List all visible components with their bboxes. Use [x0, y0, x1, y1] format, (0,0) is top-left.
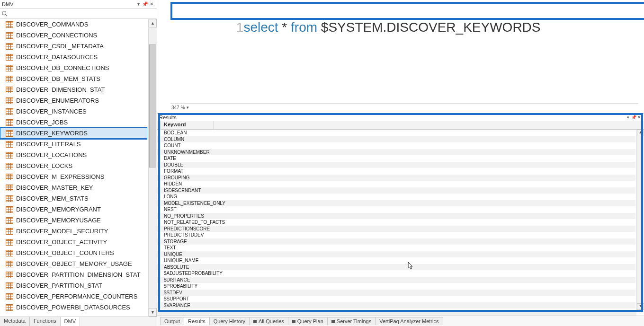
dropdown-icon[interactable]: ▾ [625, 115, 631, 120]
tree-item[interactable]: DISCOVER_KEYWORDS [0, 128, 147, 139]
zoom-dropdown-icon[interactable]: ▼ [186, 106, 189, 110]
close-icon[interactable]: ✕ [148, 1, 155, 7]
cell-keyword: COUNT [161, 143, 184, 148]
table-row[interactable]: $STDEV [157, 290, 635, 296]
tree-item[interactable]: DISCOVER_MEMORYUSAGE [0, 215, 147, 226]
tree-item[interactable]: DISCOVER_CSDL_METADATA [0, 41, 147, 52]
table-row[interactable]: LONG [157, 194, 635, 200]
search-input[interactable] [9, 9, 157, 18]
tree-item[interactable]: DISCOVER_CONNECTIONS [0, 30, 147, 41]
tree-item[interactable]: DISCOVER_LOCKS [0, 160, 147, 171]
scroll-down-icon[interactable]: ▼ [149, 308, 157, 317]
tree-item-label: DISCOVER_PARTITION_DIMENSION_STAT [16, 271, 141, 278]
cell-keyword: PREDICTSTDDEV [161, 232, 206, 238]
table-row[interactable]: $ADJUSTEDPROBABILITY [157, 270, 635, 277]
table-row[interactable]: ABSOLUTE [157, 264, 635, 271]
tree-scrollbar[interactable]: ▲ ▼ [148, 19, 157, 317]
pin-icon[interactable]: 📌 [631, 115, 636, 120]
table-row[interactable]: TEXT [157, 245, 635, 251]
tree-item[interactable]: DISCOVER_PARTITION_DIMENSION_STAT [0, 269, 147, 280]
table-row[interactable]: UNIQUE [157, 251, 635, 258]
grid-hscroll[interactable] [157, 310, 636, 316]
cell-keyword: LONG [161, 194, 180, 199]
tree-item[interactable]: DISCOVER_POWERBI_DATASOURCES [0, 302, 147, 313]
svg-rect-159 [6, 304, 13, 306]
tree-item[interactable]: DISCOVER_COMMANDS [0, 19, 147, 30]
tab-metadata[interactable]: Metadata [0, 317, 30, 326]
tree-item[interactable]: DISCOVER_JOBS [0, 117, 147, 128]
dmv-tree[interactable]: DISCOVER_COMMANDSDISCOVER_CONNECTIONSDIS… [0, 19, 147, 317]
table-row[interactable]: BOOLEAN [157, 130, 635, 136]
table-row[interactable]: COUNT [157, 142, 635, 149]
table-row[interactable]: NOT_RELATED_TO_FACTS [157, 219, 635, 226]
tree-item[interactable]: DISCOVER_DATASOURCES [0, 52, 147, 62]
scroll-up-icon[interactable]: ▲ [637, 130, 644, 136]
scroll-down-icon[interactable]: ▼ [637, 303, 644, 310]
tree-item-label: DISCOVER_ENUMERATORS [16, 97, 99, 104]
table-row[interactable]: DOUBLE [157, 162, 635, 168]
tree-item[interactable]: DISCOVER_ENUMERATORS [0, 95, 147, 106]
table-row[interactable]: $DISTANCE [157, 277, 635, 283]
table-icon [6, 163, 13, 169]
pin-icon[interactable]: 📌 [142, 1, 148, 7]
dropdown-icon[interactable]: ▾ [135, 1, 142, 7]
tab-server-timings[interactable]: Server Timings [327, 317, 376, 325]
table-row[interactable]: NEST [157, 206, 635, 213]
tab-all-queries[interactable]: All Queries [249, 317, 288, 325]
table-row[interactable]: NO_PROPERTIES [157, 213, 635, 220]
close-icon[interactable]: ✕ [636, 115, 642, 120]
tab-vertipaq-analyzer-metrics[interactable]: VertiPaq Analyzer Metrics [375, 317, 443, 325]
tab-functions[interactable]: Functions [30, 317, 61, 326]
table-row[interactable]: PREDICTSTDDEV [157, 232, 635, 238]
tab-query-history[interactable]: Query History [209, 317, 250, 325]
table-row[interactable]: DATE [157, 155, 635, 162]
tab-output[interactable]: Output [160, 317, 184, 325]
tree-item[interactable]: DISCOVER_DIMENSION_STAT [0, 84, 147, 95]
tree-item[interactable]: DISCOVER_M_EXPRESSIONS [0, 171, 147, 182]
tree-item[interactable]: DISCOVER_MEM_STATS [0, 193, 147, 204]
tree-item[interactable]: DISCOVER_DB_CONNECTIONS [0, 62, 147, 73]
tree-item[interactable]: DISCOVER_LITERALS [0, 139, 147, 150]
scroll-up-icon[interactable]: ▲ [149, 19, 157, 27]
zoom-level[interactable]: 347 % [171, 105, 185, 110]
tree-item[interactable]: DISCOVER_MODEL_SECURITY [0, 226, 147, 237]
table-row[interactable]: ISDESCENDANT [157, 187, 635, 194]
scroll-thumb[interactable] [149, 44, 156, 167]
tree-item[interactable]: DISCOVER_OBJECT_MEMORY_USAGE [0, 258, 147, 269]
table-row[interactable]: PREDICTIONSCORE [157, 226, 635, 232]
table-row[interactable]: $PROBABILITY [157, 283, 635, 290]
svg-rect-51 [6, 108, 13, 110]
table-row[interactable]: UNIQUE_NAME [157, 257, 635, 264]
table-row[interactable]: HIDDEN [157, 181, 635, 187]
grid-body[interactable]: BOOLEANCOLUMNCOUNTUNKNOWNMEMBERDATEDOUBL… [157, 130, 635, 310]
table-icon [6, 261, 13, 267]
tree-item-label: DISCOVER_PERFORMANCE_COUNTERS [16, 293, 137, 300]
search-row [0, 9, 157, 19]
tab-dmv[interactable]: DMV [61, 317, 80, 326]
tree-item[interactable]: DISCOVER_LOCATIONS [0, 150, 147, 160]
table-row[interactable]: STORAGE [157, 238, 635, 245]
editor-area[interactable]: 1select * from $SYSTEM.DISCOVER_KEYWORDS… [157, 0, 644, 113]
tree-item[interactable]: DISCOVER_OBJECT_COUNTERS [0, 247, 147, 258]
left-panel-title: DMV [2, 1, 135, 7]
table-row[interactable]: $VARIANCE [157, 302, 635, 309]
table-row[interactable]: FORMAT [157, 168, 635, 175]
table-row[interactable]: COLUMN [157, 136, 635, 143]
tree-item[interactable]: DISCOVER_DB_MEM_STATS [0, 73, 147, 84]
tab-query-plan[interactable]: Query Plan [288, 317, 328, 325]
tree-item[interactable]: DISCOVER_OBJECT_ACTIVITY [0, 237, 147, 247]
table-row[interactable]: GROUPING [157, 175, 635, 181]
tree-item[interactable]: DISCOVER_MEMORYGRANT [0, 204, 147, 215]
tree-item[interactable]: DISCOVER_MASTER_KEY [0, 182, 147, 193]
column-keyword[interactable]: Keyword [161, 121, 214, 129]
tree-item[interactable]: DISCOVER_PERFORMANCE_COUNTERS [0, 291, 147, 302]
table-icon [6, 228, 13, 235]
cell-keyword: UNIQUE_NAME [161, 258, 201, 263]
grid-vscroll[interactable]: ▲ ▼ [636, 130, 644, 310]
table-row[interactable]: UNKNOWNMEMBER [157, 149, 635, 156]
tab-results[interactable]: Results [184, 317, 210, 325]
tree-item[interactable]: DISCOVER_INSTANCES [0, 106, 147, 117]
tree-item[interactable]: DISCOVER_PARTITION_STAT [0, 280, 147, 291]
table-row[interactable]: MODEL_EXISTENCE_ONLY [157, 200, 635, 207]
table-row[interactable]: $SUPPORT [157, 296, 635, 302]
